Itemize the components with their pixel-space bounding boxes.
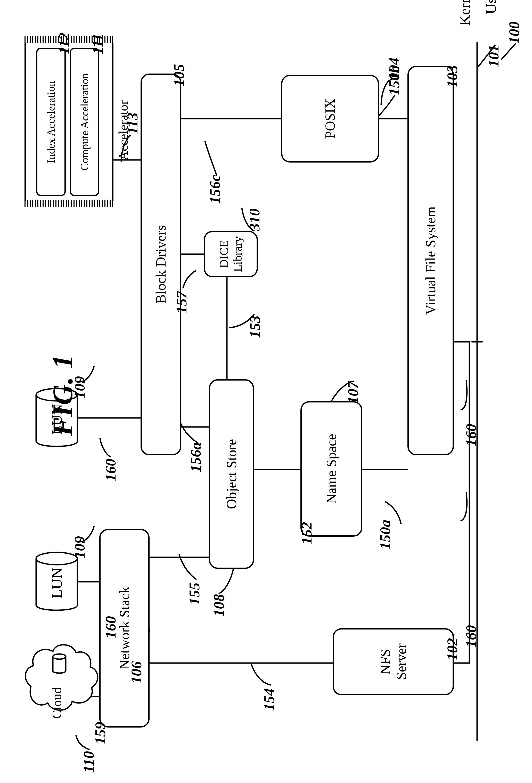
ref-110: 110: [80, 751, 97, 773]
ref-154: 154: [261, 688, 278, 711]
object-store-block: Object Store: [209, 379, 254, 569]
ref-153: 153: [246, 315, 264, 338]
ref-101: 101: [485, 44, 502, 67]
ref-310: 310: [246, 209, 263, 231]
accelerator-hatch-left: [25, 200, 113, 207]
ref-160a: 160: [462, 625, 480, 648]
name-space-block: Name Space: [300, 401, 362, 537]
ref-102: 102: [443, 638, 461, 660]
ref-106: 106: [128, 661, 145, 684]
ref-155: 155: [186, 583, 203, 605]
svg-point-2: [53, 654, 66, 659]
lun-label-1: LUN: [42, 566, 71, 600]
ref-111: 111: [89, 33, 106, 54]
posix-block: POSIX: [281, 75, 379, 162]
ref-157: 157: [173, 291, 190, 313]
ref-156c: 156c: [206, 175, 224, 204]
ref-103: 103: [443, 65, 461, 88]
ref-113: 113: [124, 113, 141, 134]
virtual-file-system-block: Virtual File System: [407, 66, 454, 456]
ref-107: 107: [344, 381, 362, 404]
ref-100: 100: [505, 22, 523, 44]
ref-108: 108: [210, 594, 228, 617]
cloud-label: Cloud: [42, 682, 71, 724]
compute-acceleration-block: Compute Acceleration: [70, 48, 99, 196]
user-mode-label: User Mode: [482, 0, 499, 14]
ref-152: 152: [298, 522, 315, 544]
ref-156a: 156a: [187, 442, 204, 472]
ref-160c: 160: [102, 459, 119, 481]
ref-150a: 150a: [376, 520, 394, 550]
dice-library-block: DICE Library: [204, 231, 258, 277]
ref-160d: 160: [102, 616, 119, 638]
index-acceleration-block: Index Acceleration: [36, 48, 66, 196]
ref-150b: 150b: [386, 65, 403, 95]
ref-159: 159: [92, 722, 109, 744]
ref-112: 112: [56, 32, 73, 54]
ref-105: 105: [170, 64, 188, 87]
ref-109a: 109: [71, 536, 88, 559]
block-drivers-block: Block Drivers: [140, 73, 181, 456]
figure-caption: FIG. 1: [46, 354, 79, 436]
kernel-mode-label: Kernel Mode: [456, 0, 473, 26]
nfs-server-block: NFS Server: [333, 628, 454, 695]
ref-160b: 160: [462, 424, 480, 446]
